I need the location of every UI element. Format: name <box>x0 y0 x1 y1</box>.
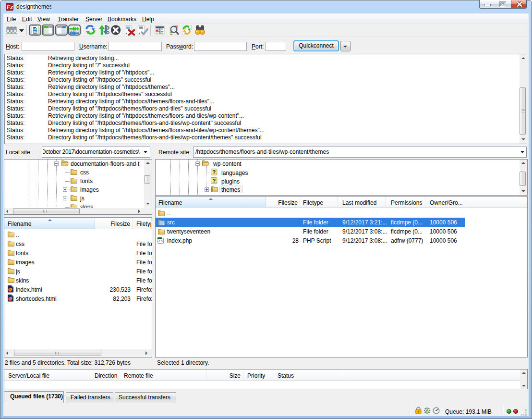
svg-text:A: A <box>425 408 429 413</box>
svg-text:Fz: Fz <box>7 4 13 11</box>
